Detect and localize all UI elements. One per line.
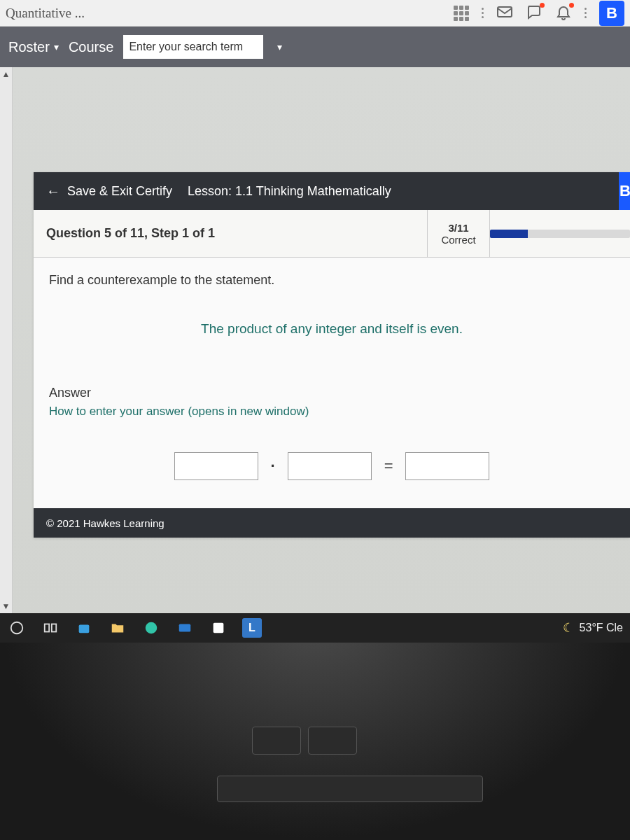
question-counter: Question 5 of 11, Step 1 of 1 xyxy=(34,210,427,257)
product-input[interactable] xyxy=(405,452,489,480)
save-exit-label: Save & Exit Certify xyxy=(67,184,172,199)
lesson-header: ← Save & Exit Certify Lesson: 1.1 Thinki… xyxy=(34,172,630,210)
right-brand-badge: B xyxy=(619,172,630,210)
svg-rect-4 xyxy=(79,624,90,633)
vertical-scrollbar[interactable]: ▲ ▼ xyxy=(0,67,13,613)
content-area: ← Save & Exit Certify Lesson: 1.1 Thinki… xyxy=(13,67,630,613)
separator-dots-icon xyxy=(482,8,484,18)
score-pill: 3/11 Correct xyxy=(427,210,490,257)
svg-rect-0 xyxy=(498,7,512,17)
progress-bar xyxy=(490,230,630,238)
progress-column xyxy=(490,210,630,257)
weather-text: 53°F Cle xyxy=(580,622,623,634)
edge-icon[interactable] xyxy=(141,618,161,638)
progress-fill xyxy=(490,230,528,238)
lesson-card: ← Save & Exit Certify Lesson: 1.1 Thinki… xyxy=(34,172,630,538)
roster-label: Roster xyxy=(8,39,50,55)
course-dropdown-label[interactable]: Course xyxy=(69,39,113,55)
svg-rect-7 xyxy=(214,623,224,634)
score-fraction: 3/11 xyxy=(448,222,468,234)
question-body: Find a counterexample to the statement. … xyxy=(34,258,630,508)
apps-grid-icon[interactable] xyxy=(454,6,469,21)
equals-sign: = xyxy=(384,457,393,475)
bell-icon[interactable] xyxy=(555,4,572,23)
scroll-up-arrow-icon[interactable]: ▲ xyxy=(2,67,10,81)
lms-nav-bar: Roster ▾ Course Enter your search term ▾ xyxy=(0,27,630,67)
roster-dropdown[interactable]: Roster ▾ xyxy=(8,39,59,55)
svg-rect-3 xyxy=(52,624,56,632)
svg-rect-6 xyxy=(179,624,191,632)
paint-icon[interactable] xyxy=(209,618,228,638)
svg-point-1 xyxy=(11,622,23,634)
question-prompt: Find a counterexample to the statement. xyxy=(49,273,615,288)
more-dots-icon[interactable] xyxy=(584,8,587,18)
multiply-dot: · xyxy=(271,457,275,475)
start-circle-icon[interactable] xyxy=(7,618,27,638)
mail-icon[interactable] xyxy=(496,4,513,23)
chevron-down-icon: ▾ xyxy=(54,41,59,52)
address-bar-fragment: Quantitative ... xyxy=(6,6,85,21)
mail-app-icon[interactable] xyxy=(175,618,195,638)
task-view-icon[interactable] xyxy=(41,618,60,638)
question-statement: The product of any integer and itself is… xyxy=(49,321,615,337)
store-icon[interactable] xyxy=(74,618,94,638)
moon-icon: ☾ xyxy=(563,620,574,636)
save-exit-button[interactable]: ← Save & Exit Certify xyxy=(46,183,172,200)
back-arrow-icon: ← xyxy=(46,183,60,200)
lesson-footer: © 2021 Hawkes Learning xyxy=(34,508,630,538)
lesson-title: Lesson: 1.1 Thinking Mathematically xyxy=(188,184,391,199)
file-explorer-icon[interactable] xyxy=(108,618,127,638)
question-subheader: Question 5 of 11, Step 1 of 1 3/11 Corre… xyxy=(34,210,630,258)
answer-label: Answer xyxy=(49,386,615,400)
answer-help-link[interactable]: How to enter your answer (opens in new w… xyxy=(49,405,309,419)
browser-top-bar: Quantitative ... B xyxy=(0,0,630,27)
app-l-icon[interactable]: L xyxy=(242,618,262,638)
scroll-down-arrow-icon[interactable]: ▼ xyxy=(2,599,10,613)
brand-badge[interactable]: B xyxy=(599,1,624,26)
weather-widget[interactable]: ☾ 53°F Cle xyxy=(563,620,623,636)
factor-a-input[interactable] xyxy=(174,452,258,480)
course-label: Course xyxy=(69,39,113,55)
chevron-down-icon[interactable]: ▾ xyxy=(277,41,282,52)
equation-row: · = xyxy=(49,452,615,480)
score-label: Correct xyxy=(441,234,475,246)
windows-taskbar: L ☾ 53°F Cle xyxy=(0,613,630,643)
search-placeholder: Enter your search term xyxy=(129,41,243,53)
search-input[interactable]: Enter your search term xyxy=(123,35,263,59)
factor-b-input[interactable] xyxy=(288,452,372,480)
keyboard-photo-area xyxy=(0,643,630,840)
svg-point-5 xyxy=(146,622,158,634)
svg-rect-2 xyxy=(45,624,49,632)
chat-icon[interactable] xyxy=(526,4,542,23)
